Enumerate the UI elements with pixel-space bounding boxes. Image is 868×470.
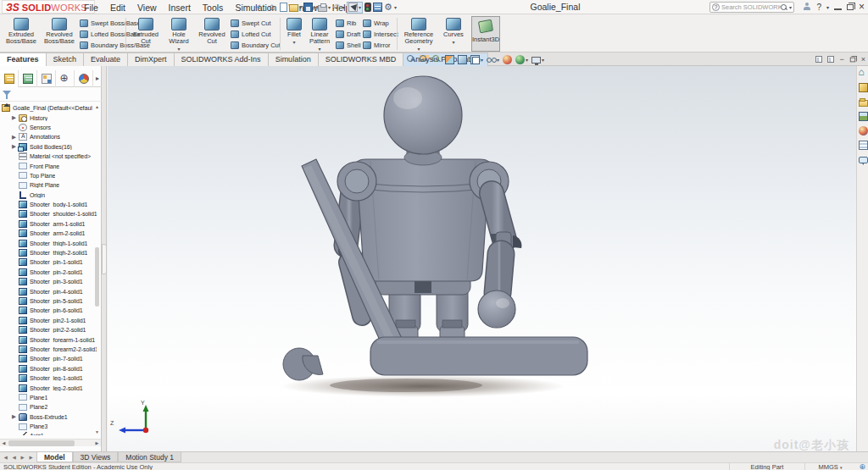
tree-item[interactable]: ▶ Solid Bodies(16) <box>0 142 97 152</box>
tree-item[interactable]: ▶ Shooter_arm-1-solid1 <box>0 219 97 229</box>
vscroll-thumb[interactable] <box>95 247 99 307</box>
tree-item[interactable]: ▶ Boss-Extrude1 <box>0 412 97 422</box>
tab-featuremanager[interactable] <box>0 70 19 87</box>
wrap-button[interactable]: Wrap <box>363 18 398 28</box>
tab-nav-arrow-icon[interactable]: ▶ <box>19 455 26 460</box>
task-pane-tab[interactable] <box>857 138 868 152</box>
tree-item[interactable]: ▶ Plane1 <box>0 393 97 402</box>
headsup-button[interactable]: ▾ <box>487 55 499 64</box>
login-icon[interactable] <box>803 3 811 11</box>
tree-item[interactable]: ▶ Shooter_pin-5-solid1 <box>0 296 97 306</box>
tree-item[interactable]: ▶ Shooter_arm-2-solid1 <box>0 229 97 238</box>
quick-access-button[interactable]: ▾ <box>373 2 382 14</box>
scroll-right-icon[interactable]: ▶ <box>93 440 101 447</box>
headsup-button[interactable]: ▾ <box>503 55 512 64</box>
tree-item[interactable]: ▶ Shooter_pin-7-solid1 <box>0 354 97 363</box>
quick-access-button[interactable]: ▾ <box>289 2 302 14</box>
panel-splitter[interactable] <box>102 66 107 451</box>
headsup-button[interactable]: ▾ <box>432 55 442 64</box>
fillet-button[interactable]: Fillet▾ <box>283 17 305 51</box>
command-tab[interactable]: Simulation <box>268 53 319 66</box>
search-icon[interactable] <box>781 4 787 11</box>
tab-configurationmanager[interactable] <box>37 70 56 87</box>
command-tab[interactable]: SOLIDWORKS MBD <box>318 53 404 66</box>
headsup-button[interactable]: ▾ <box>407 55 416 64</box>
tree-item[interactable]: ▶ Shooter_pin2-1-solid1 <box>0 316 97 325</box>
hole-wizard-button[interactable]: Hole Wizard▾ <box>164 17 193 51</box>
tree-item[interactable]: ▶ Shooter_pin-1-solid1 <box>0 257 97 267</box>
tree-item[interactable]: ▶ Goalie_Final (Default<<Defaul <box>0 103 97 113</box>
tree-vertical-scrollbar[interactable]: ▲ ▼ <box>94 103 100 435</box>
view-tab[interactable]: Motion Study 1 <box>118 452 181 462</box>
search-input[interactable]: Search SOLIDWORKS Help <box>721 3 781 11</box>
restore-button[interactable] <box>847 4 854 10</box>
tab-nav-arrow-icon[interactable]: ◀ <box>2 455 9 460</box>
command-tab[interactable]: Features <box>0 53 47 66</box>
tree-item[interactable]: ▶ Top Plane <box>0 171 97 180</box>
extruded-cut-button[interactable]: Extruded Cut <box>129 17 163 51</box>
quick-access-button[interactable]: ▾ <box>303 2 316 14</box>
tree-item[interactable]: ▶ Plane3 <box>0 422 97 431</box>
menu-item[interactable]: Tools <box>197 2 230 14</box>
headsup-button[interactable]: ▾ <box>531 56 544 64</box>
menu-item[interactable]: File <box>78 2 104 14</box>
tree-item[interactable]: ▶ Shooter_shoulder-1-solid1 <box>0 209 97 218</box>
rib-button[interactable]: Rib <box>336 18 361 28</box>
tree-item[interactable]: ▶ Shooter_thigh-1-solid1 <box>0 238 97 247</box>
expand-caret-icon[interactable]: ▶ <box>12 114 19 121</box>
tab-propertymanager[interactable] <box>19 70 37 87</box>
command-tab[interactable]: Sketch <box>46 53 85 66</box>
tab-displaymanager[interactable] <box>75 70 93 87</box>
tree-item[interactable]: ▶ Shooter_forearm2-2-solid1 <box>0 345 97 354</box>
task-pane-tab[interactable] <box>857 152 868 167</box>
menu-item[interactable]: Insert <box>163 2 197 14</box>
tree-horizontal-scrollbar[interactable]: ◀ ▶ <box>0 439 101 446</box>
quick-access-button[interactable]: ▾ <box>364 2 371 14</box>
panel-tabs-overflow-button[interactable]: ▸ <box>93 70 102 86</box>
task-pane-tab[interactable] <box>857 109 868 124</box>
tree-item[interactable]: ▶ Origin <box>0 191 97 200</box>
tree-item[interactable]: ▶ Material <not specified> <box>0 152 97 161</box>
help-menu-button[interactable]: ? <box>816 3 821 12</box>
instant3d-button[interactable]: Instant3D <box>471 16 500 52</box>
view-tab[interactable]: Model <box>36 452 73 462</box>
splitter-grip[interactable] <box>102 244 107 274</box>
extruded-boss-button[interactable]: Extruded Boss/Base <box>3 17 39 51</box>
headsup-button[interactable]: ▾ <box>420 55 429 64</box>
search-dropdown-icon[interactable]: ▾ <box>789 4 792 10</box>
pane-right-icon[interactable] <box>827 56 834 63</box>
expand-caret-icon[interactable]: ▶ <box>12 134 19 141</box>
goalie-3d-model[interactable] <box>108 66 856 451</box>
revolved-cut-button[interactable]: Revolved Cut <box>195 17 229 51</box>
help-caret-icon[interactable]: ▾ <box>826 4 829 10</box>
swept-cut-button[interactable]: Swept Cut <box>231 18 281 28</box>
boundary-cut-button[interactable]: Boundary Cut <box>231 40 281 50</box>
help-search-box[interactable]: ? Search SOLIDWORKS Help ▾ <box>709 2 794 13</box>
tree-item[interactable]: ▶ Shooter_pin-8-solid1 <box>0 364 97 373</box>
tree-item[interactable]: ▶ Front Plane <box>0 161 97 170</box>
quick-access-button[interactable]: ▾ <box>280 2 287 14</box>
expand-caret-icon[interactable]: ▶ <box>12 413 19 420</box>
scroll-down-icon[interactable]: ▼ <box>94 429 100 435</box>
quick-access-button[interactable]: ▾ <box>384 2 397 14</box>
command-tab[interactable]: DimXpert <box>127 53 175 66</box>
units-selector[interactable]: MMGS ▾ <box>807 463 854 470</box>
graphics-viewport[interactable]: Y Z doit@老小孩 <box>108 66 856 451</box>
scroll-up-icon[interactable]: ▲ <box>94 103 100 110</box>
doc-minimize-button[interactable]: − <box>839 55 843 64</box>
menu-item[interactable]: Edit <box>104 2 131 14</box>
tree-item[interactable]: ▶ Plane2 <box>0 402 97 412</box>
headsup-button[interactable]: ▾ <box>445 55 454 64</box>
linear-pattern-button[interactable]: Linear Pattern▾ <box>307 17 332 51</box>
doc-restore-button[interactable] <box>850 57 855 62</box>
tree-item[interactable]: ▶ Right Plane <box>0 180 97 190</box>
hscroll-thumb[interactable] <box>8 440 75 446</box>
curves-button[interactable]: Curves▾ <box>440 17 467 51</box>
shell-button[interactable]: Shell <box>336 40 361 50</box>
view-tab[interactable]: 3D Views <box>73 452 119 462</box>
close-button[interactable]: × <box>859 1 865 13</box>
revolved-boss-button[interactable]: Revolved Boss/Base <box>41 17 78 51</box>
command-tab[interactable]: SOLIDWORKS Add-Ins <box>174 53 269 66</box>
command-tab[interactable]: Evaluate <box>83 53 128 66</box>
quick-access-button[interactable]: ▾ <box>347 2 363 14</box>
